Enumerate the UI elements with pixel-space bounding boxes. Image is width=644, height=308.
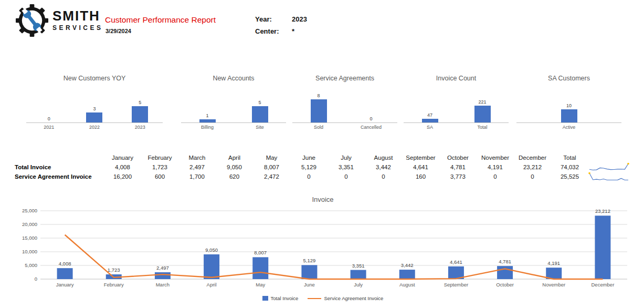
legend-swatch-line	[308, 298, 321, 299]
category-label: Billing	[189, 125, 226, 130]
table-cell: 5,129	[290, 163, 328, 171]
x-tick-label: December	[592, 282, 615, 288]
table-cell: 4,641	[402, 163, 439, 171]
table-cell: 3,351	[328, 163, 365, 171]
legend-swatch-bar	[262, 296, 268, 301]
bar	[422, 119, 438, 122]
mini-chart-invoice-count: Invoice Count47221SATotal	[404, 75, 509, 134]
line-series	[65, 235, 603, 279]
bar-group: 221	[464, 99, 501, 122]
table-cell: 23,212	[514, 163, 551, 171]
mini-chart-plot: 10	[516, 90, 621, 122]
brand: SMITH SERVICES	[52, 9, 103, 31]
category-label: SA	[411, 125, 448, 130]
x-tick-label: August	[399, 282, 415, 288]
mini-chart-title: New Customers YOY	[26, 75, 163, 84]
bar-value-label: 3	[93, 106, 96, 111]
bar	[86, 112, 102, 122]
column-header: Total	[551, 153, 588, 162]
chart-legend: Total InvoiceService Agreement Invoice	[13, 295, 632, 301]
year-value[interactable]: 2023	[292, 15, 307, 23]
legend-label: Service Agreement Invoice	[324, 295, 383, 301]
bar-may	[252, 257, 268, 279]
x-tick-label: October	[496, 282, 514, 288]
mini-chart-plot: 80	[292, 90, 397, 122]
axis-line	[292, 122, 397, 123]
bar-value-label: 4,191	[547, 260, 560, 266]
bar-value-label: 1,723	[108, 267, 120, 273]
brand-name: SMITH	[52, 9, 103, 23]
category-label: Site	[241, 125, 278, 130]
bar-group: 0	[30, 116, 67, 122]
sparkline-line	[589, 164, 628, 170]
sparkline-high-marker	[588, 172, 590, 174]
report-title: Customer Performance Report	[105, 15, 216, 25]
axis-line	[181, 122, 286, 123]
column-header: November	[477, 153, 514, 162]
category-label: 2021	[30, 125, 67, 130]
sparkline-line	[589, 173, 628, 180]
table-cell: 620	[216, 172, 253, 181]
bar-value-label: 23,212	[595, 208, 610, 214]
bar-value-label: 4,008	[59, 261, 71, 266]
brand-subname: SERVICES	[52, 25, 103, 31]
bar-group: 0	[353, 116, 389, 122]
category-label: Sold	[300, 125, 337, 130]
axis-line	[516, 122, 621, 123]
table-cell: 4,008	[104, 163, 141, 171]
category-labels: SoldCancelled	[292, 125, 397, 130]
invoice-chart: Invoice 05,00010,00015,00020,00025,0004,…	[13, 196, 632, 301]
table-corner	[15, 157, 104, 159]
sparkline-cell	[588, 172, 634, 181]
table-cell: 0	[477, 172, 514, 181]
column-header: May	[253, 153, 290, 162]
mini-chart-service-agreements: Service Agreements80SoldCancelled	[292, 75, 397, 134]
chart-title: Invoice	[13, 196, 632, 205]
y-tick-label: 10,000	[22, 249, 37, 254]
column-header: October	[439, 153, 477, 162]
center-label: Center:	[255, 27, 279, 35]
column-header: January	[104, 153, 141, 162]
column-header: February	[141, 153, 178, 162]
mini-chart-new-accounts: New Accounts15BillingSite	[181, 75, 286, 134]
bar-value-label: 3,351	[352, 263, 365, 269]
table-cell: 1,700	[178, 172, 216, 181]
x-tick-label: September	[444, 282, 468, 288]
bar-value-label: 221	[478, 99, 486, 105]
table-cell: 3,442	[365, 163, 402, 171]
column-header: March	[178, 153, 216, 162]
legend-item: Total Invoice	[262, 295, 299, 301]
bar-value-label: 2,497	[156, 265, 169, 271]
y-tick-label: 15,000	[22, 235, 37, 241]
legend-item: Service Agreement Invoice	[308, 295, 383, 301]
y-tick-label: 5,000	[25, 262, 37, 268]
sparkline-header	[588, 157, 634, 159]
bar-value-label: 0	[48, 116, 50, 121]
table-cell: 4,191	[477, 163, 514, 171]
y-tick-label: 0	[35, 276, 37, 282]
table-cell: 160	[402, 172, 439, 181]
table-cell: 600	[141, 172, 178, 181]
mini-chart-title: Service Agreements	[292, 75, 397, 84]
bar	[132, 106, 148, 122]
sparkline-high-marker	[627, 163, 629, 165]
y-tick-label: 20,000	[22, 221, 37, 227]
year-label: Year:	[255, 15, 272, 23]
bar	[252, 106, 268, 122]
bar	[199, 119, 216, 122]
category-label: Active	[551, 125, 587, 130]
row-label: Service Agreement Invoice	[15, 172, 104, 181]
bar-value-label: 5	[258, 100, 261, 105]
category-label: 2023	[122, 125, 159, 130]
table-cell: 25,525	[551, 172, 588, 181]
table-cell: 0	[328, 172, 365, 181]
mini-chart-plot: 15	[181, 90, 286, 122]
bar-value-label: 5,129	[303, 258, 316, 263]
x-tick-label: March	[156, 282, 170, 288]
row-label: Total Invoice	[15, 163, 104, 171]
bar	[311, 99, 327, 122]
invoice-table: JanuaryFebruaryMarchAprilMayJuneJulyAugu…	[15, 153, 634, 181]
sparkline	[588, 172, 629, 181]
gridlines	[40, 211, 627, 279]
center-value[interactable]: *	[292, 27, 294, 35]
